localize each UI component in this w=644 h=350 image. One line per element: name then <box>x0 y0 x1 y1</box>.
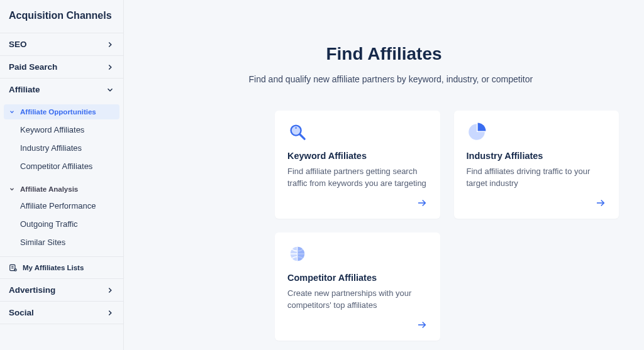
card-desc: Find affiliate partners getting search t… <box>287 166 428 190</box>
chevron-down-icon <box>106 85 114 94</box>
sidebar: Acquisition Channels SEO Paid Search Aff… <box>0 0 124 350</box>
sidebar-item-label: SEO <box>9 40 27 49</box>
subnav-link-outgoing-traffic[interactable]: Outgoing Traffic <box>0 215 123 233</box>
subnav-link-keyword-affiliates[interactable]: Keyword Affiliates <box>0 121 123 139</box>
chevron-down-icon <box>9 186 15 192</box>
arrow-right-icon <box>595 197 606 209</box>
sidebar-item-paid-search[interactable]: Paid Search <box>0 55 123 78</box>
subnav-header-analysis[interactable]: Affiliate Analysis <box>0 182 123 197</box>
chevron-right-icon <box>106 63 114 72</box>
cards-grid: Keyword Affiliates Find affiliate partne… <box>275 111 619 340</box>
subnav-link-similar-sites[interactable]: Similar Sites <box>0 233 123 251</box>
arrow-right-icon <box>416 319 428 331</box>
arrow-right-icon <box>416 197 428 209</box>
subnav-link-competitor-affiliates[interactable]: Competitor Affiliates <box>0 157 123 175</box>
subnav-header-opportunities[interactable]: Affiliate Opportunities <box>4 104 119 119</box>
page-subtitle: Find and qualify new affiliate partners … <box>249 73 579 85</box>
subnav-link-affiliate-performance[interactable]: Affiliate Performance <box>0 197 123 215</box>
sidebar-item-label: Advertising <box>9 285 55 295</box>
pie-chart-icon <box>467 122 487 142</box>
affiliate-subnav: Affiliate Opportunities Keyword Affiliat… <box>0 101 123 256</box>
svg-point-6 <box>295 128 296 129</box>
subnav-link-industry-affiliates[interactable]: Industry Affiliates <box>0 139 123 157</box>
sidebar-item-social[interactable]: Social <box>0 301 123 324</box>
search-icon <box>287 122 308 142</box>
sidebar-item-label: Affiliate <box>9 85 40 94</box>
sidebar-item-affiliate[interactable]: Affiliate <box>0 78 123 101</box>
sidebar-item-advertising[interactable]: Advertising <box>0 278 123 301</box>
list-icon <box>9 263 18 272</box>
sidebar-item-seo[interactable]: SEO <box>0 33 123 55</box>
card-title: Competitor Affiliates <box>287 273 428 283</box>
hero: Find Affiliates Find and qualify new aff… <box>189 44 579 85</box>
chevron-right-icon <box>106 309 114 317</box>
chevron-down-icon <box>9 109 15 115</box>
card-title: Industry Affiliates <box>467 151 607 161</box>
sidebar-title: Acquisition Channels <box>0 6 123 33</box>
sidebar-item-my-affiliates-lists[interactable]: My Affiliates Lists <box>0 256 123 278</box>
card-desc: Find affiliates driving traffic to your … <box>467 166 607 190</box>
card-desc: Create new partnerships with your compet… <box>287 288 428 312</box>
subnav-header-label: Affiliate Opportunities <box>20 108 96 116</box>
svg-line-5 <box>300 134 304 139</box>
sidebar-item-label: My Affiliates Lists <box>23 264 84 271</box>
card-industry-affiliates[interactable]: Industry Affiliates Find affiliates driv… <box>454 111 619 219</box>
main-content: Find Affiliates Find and qualify new aff… <box>124 0 644 350</box>
sidebar-item-label: Paid Search <box>9 62 57 72</box>
card-title: Keyword Affiliates <box>287 151 428 161</box>
subnav-header-label: Affiliate Analysis <box>20 185 78 193</box>
card-competitor-affiliates[interactable]: Competitor Affiliates Create new partner… <box>275 232 440 341</box>
chevron-right-icon <box>106 40 114 49</box>
globe-icon <box>287 244 308 264</box>
chevron-right-icon <box>106 286 114 295</box>
card-keyword-affiliates[interactable]: Keyword Affiliates Find affiliate partne… <box>275 111 440 219</box>
page-title: Find Affiliates <box>189 44 579 64</box>
sidebar-item-label: Social <box>9 308 34 317</box>
